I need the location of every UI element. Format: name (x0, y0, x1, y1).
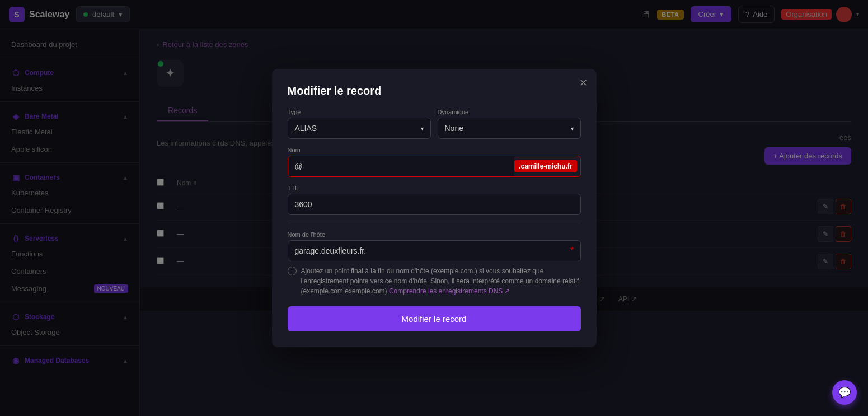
nom-field: Nom .camille-michu.fr (288, 147, 581, 177)
modal-divider (288, 223, 581, 223)
dynamique-field: Dynamique None ▾ (438, 109, 581, 139)
info-icon: i (288, 267, 297, 275)
hostname-input[interactable] (288, 240, 581, 261)
chevron-down-icon: ▾ (571, 125, 574, 132)
ttl-label: TTL (288, 185, 581, 191)
modal: ✕ Modifier le record Type ALIAS ▾ Dynami… (272, 69, 597, 347)
chevron-down-icon: ▾ (421, 125, 424, 132)
dynamique-select[interactable]: None ▾ (438, 118, 581, 139)
ttl-input[interactable] (288, 194, 581, 215)
dynamique-label: Dynamique (438, 109, 581, 115)
modal-close-button[interactable]: ✕ (579, 78, 588, 88)
type-label: Type (288, 109, 431, 115)
type-value: ALIAS (295, 124, 317, 133)
domain-badge: .camille-michu.fr (514, 160, 576, 172)
nom-input[interactable] (288, 156, 515, 176)
ttl-field: TTL (288, 185, 581, 215)
type-select[interactable]: ALIAS ▾ (288, 118, 431, 139)
modal-submit-button[interactable]: Modifier le record (288, 306, 581, 331)
modal-hint: i Ajoutez un point final à la fin du nom… (288, 266, 581, 296)
type-field: Type ALIAS ▾ (288, 109, 431, 139)
modal-overlay[interactable]: ✕ Modifier le record Type ALIAS ▾ Dynami… (0, 0, 868, 416)
external-link-icon: ↗ (504, 286, 510, 296)
hostname-input-wrap: * (288, 240, 581, 261)
chat-icon: 💬 (838, 386, 851, 399)
modal-row-type-dynamique: Type ALIAS ▾ Dynamique None ▾ (288, 109, 581, 139)
close-icon: ✕ (579, 77, 588, 88)
hostname-label: Nom de l'hôte (288, 231, 581, 238)
modal-title: Modifier le record (288, 85, 581, 97)
modal-submit-label: Modifier le record (402, 314, 467, 324)
chat-button[interactable]: 💬 (832, 380, 857, 405)
hint-text: Ajoutez un point final à la fin du nom d… (301, 266, 581, 296)
dynamique-value: None (445, 124, 463, 133)
required-star: * (570, 246, 574, 256)
nom-label: Nom (288, 147, 581, 153)
nom-input-wrap: .camille-michu.fr (288, 156, 581, 177)
hint-link[interactable]: Comprendre les enregistrements DNS ↗ (389, 286, 510, 296)
hostname-field: Nom de l'hôte * (288, 231, 581, 261)
